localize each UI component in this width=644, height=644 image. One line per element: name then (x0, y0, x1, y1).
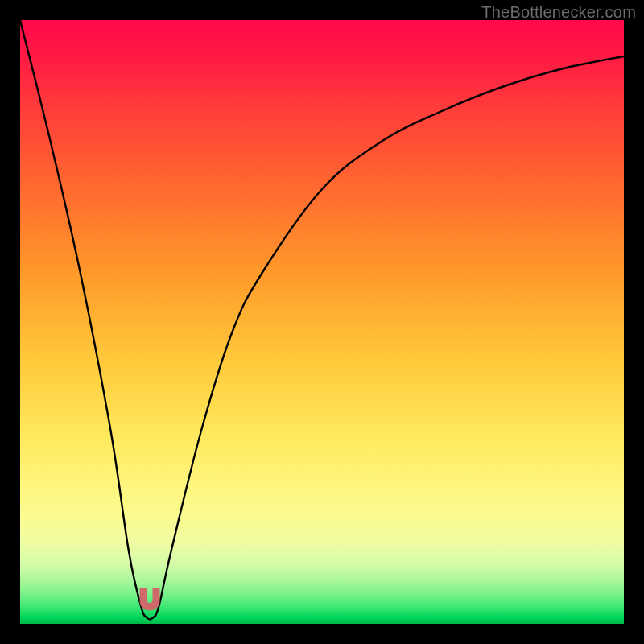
chart-stage: TheBottlenecker.com (0, 0, 644, 644)
optimum-marker-icon (138, 587, 162, 611)
bottleneck-curve (20, 20, 624, 624)
watermark-text: TheBottlenecker.com (481, 3, 636, 22)
plot-area (20, 20, 624, 624)
